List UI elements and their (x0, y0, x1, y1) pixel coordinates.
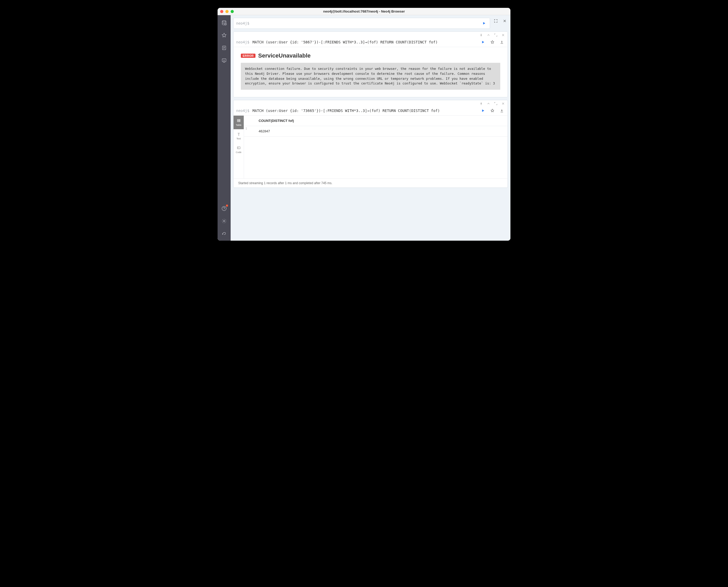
result-frame-table: neo4j$ MATCH (user:User {id: '73665'})-[… (233, 100, 508, 188)
settings-icon[interactable] (221, 218, 227, 224)
sidebar (218, 15, 230, 241)
notification-dot (226, 205, 228, 207)
result-frame-error: neo4j$ MATCH (user:User {id: '5867'})-[:… (233, 31, 508, 97)
editor-prompt: neo4j$ (236, 21, 249, 25)
download-icon[interactable] (499, 39, 505, 45)
row-number: 1 (244, 126, 254, 136)
error-message: WebSocket connection failure. Due to sec… (241, 63, 500, 90)
favorite-icon[interactable] (489, 39, 495, 45)
app-body: neo4j$ (218, 15, 510, 241)
frame-query-bar: neo4j$ MATCH (user:User {id: '73665'})-[… (234, 106, 508, 116)
window-controls (220, 10, 234, 13)
error-panel: ERROR ServiceUnavailable WebSocket conne… (234, 47, 508, 97)
view-tab-text[interactable]: Text (234, 129, 244, 143)
frame-prompt: neo4j$ (236, 40, 249, 44)
pin-icon[interactable] (479, 33, 484, 38)
pin-icon[interactable] (479, 101, 484, 106)
about-icon[interactable] (221, 231, 227, 236)
frame-toolbar (234, 100, 508, 106)
frame-query-bar: neo4j$ MATCH (user:User {id: '5867'})-[:… (234, 38, 508, 47)
collapse-icon[interactable] (486, 33, 491, 38)
command-editor-row: neo4j$ (233, 18, 508, 29)
window-close-button[interactable] (220, 10, 223, 13)
error-badge: ERROR (241, 54, 256, 58)
error-title: ServiceUnavailable (258, 52, 311, 59)
command-input[interactable] (251, 21, 481, 25)
collapse-icon[interactable] (486, 101, 491, 106)
expand-icon[interactable] (493, 33, 498, 38)
frame-close-icon[interactable] (501, 33, 506, 38)
svg-point-0 (222, 21, 226, 22)
documents-icon[interactable] (221, 45, 227, 51)
frame-query-text: MATCH (user:User {id: '73665'})-[:FRIEND… (252, 109, 476, 113)
play-screen-icon[interactable] (221, 57, 227, 63)
result-table: COUNT(DISTINCT fof) 1 462847 (244, 116, 508, 179)
view-tabs: Table Text Code (234, 116, 244, 179)
frame-close-icon[interactable] (501, 101, 506, 106)
rerun-button[interactable] (480, 108, 486, 114)
favorite-icon[interactable] (489, 108, 495, 114)
window-minimize-button[interactable] (225, 10, 228, 13)
view-tab-table[interactable]: Table (234, 116, 244, 129)
frame-status: Started streaming 1 records after 1 ms a… (234, 179, 508, 188)
download-icon[interactable] (499, 108, 505, 114)
table-header: COUNT(DISTINCT fof) (244, 116, 508, 126)
rerun-button[interactable] (480, 39, 486, 45)
star-icon[interactable] (221, 32, 227, 38)
svg-point-7 (222, 234, 223, 235)
result-body: Table Text Code COUNT(DISTINCT fof) (234, 116, 508, 179)
window-zoom-button[interactable] (230, 10, 234, 13)
view-tab-label: Table (236, 124, 242, 126)
view-tab-label: Code (236, 151, 242, 154)
database-icon[interactable] (221, 20, 227, 26)
frame-query-text: MATCH (user:User {id: '5867'})-[:FRIENDS… (252, 40, 476, 44)
close-icon[interactable] (502, 18, 508, 24)
app-window: neo4j@bolt://localhost:7687/neo4j - Neo4… (218, 8, 510, 241)
svg-point-6 (223, 220, 225, 222)
help-icon[interactable] (221, 206, 227, 211)
table-row: 1 462847 (244, 126, 508, 137)
command-editor[interactable]: neo4j$ (233, 18, 490, 29)
svg-rect-8 (237, 119, 240, 122)
titlebar: neo4j@bolt://localhost:7687/neo4j - Neo4… (218, 8, 510, 15)
table-cell: 462847 (254, 126, 508, 136)
view-tab-label: Text (236, 137, 241, 140)
run-button[interactable] (481, 20, 487, 26)
main-panel: neo4j$ (230, 15, 510, 241)
expand-icon[interactable] (493, 101, 498, 106)
view-tab-code[interactable]: Code (234, 143, 244, 157)
fullscreen-icon[interactable] (493, 18, 499, 24)
svg-rect-9 (237, 147, 240, 149)
window-title: neo4j@bolt://localhost:7687/neo4j - Neo4… (218, 9, 510, 13)
frame-toolbar (234, 32, 508, 38)
frame-prompt: neo4j$ (236, 109, 249, 113)
